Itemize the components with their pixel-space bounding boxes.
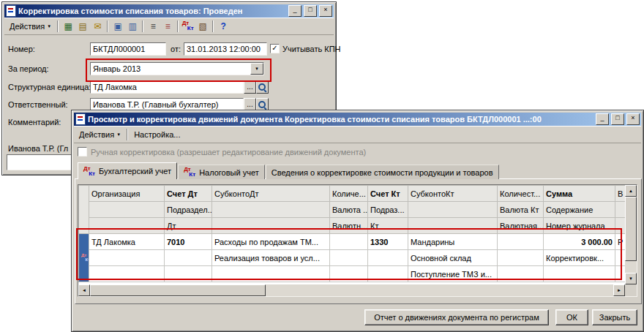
- ok-button[interactable]: ОК: [555, 309, 588, 325]
- period-select[interactable]: Январь 2013 ▼: [90, 62, 264, 75]
- close-button[interactable]: Закрыть: [592, 309, 637, 325]
- cell-schet-kt[interactable]: 1330: [368, 234, 408, 250]
- report-movements-button[interactable]: Отчет о движениях документа по регистрам: [364, 309, 549, 325]
- cell-schet-dt[interactable]: [165, 250, 212, 266]
- col-header-org[interactable]: Организация: [89, 186, 165, 202]
- col-header-kol-dt[interactable]: Количе...: [330, 186, 368, 202]
- actions-menu-button[interactable]: Действия ▼: [6, 19, 55, 34]
- cell-schet-kt[interactable]: [368, 250, 408, 266]
- tab-tax[interactable]: ДтКт Налоговый учет: [178, 165, 265, 179]
- cell-schet-dt[interactable]: 7010: [165, 234, 212, 250]
- cell-soderzhanie[interactable]: Корректировк...: [544, 250, 615, 266]
- vertical-scrollbar[interactable]: ▲ ▼: [625, 185, 637, 284]
- cell-org[interactable]: [89, 250, 165, 266]
- cell-v[interactable]: [615, 250, 626, 266]
- header-podraz-kt[interactable]: Подраз...: [368, 202, 408, 218]
- scroll-track[interactable]: [625, 261, 637, 273]
- horizontal-scroll-thumb[interactable]: [90, 284, 266, 296]
- dropdown-icon[interactable]: ▼: [250, 63, 263, 75]
- horizontal-scrollbar[interactable]: ◄ ►: [78, 284, 625, 296]
- kpn-checkbox[interactable]: ✓: [270, 44, 280, 53]
- date-input[interactable]: 31.01.2013 12:00:00: [184, 42, 267, 56]
- header-valuta-dt[interactable]: Валюта ...: [330, 202, 368, 218]
- actions-menu-button[interactable]: Действия ▼: [75, 127, 124, 142]
- minimize-button[interactable]: _: [596, 113, 609, 125]
- col-header-schet-kt[interactable]: Счет Кт: [368, 186, 408, 202]
- list-button[interactable]: ≡: [146, 19, 160, 33]
- cell-subkonto-kt[interactable]: Поступление ТМЗ и...: [408, 266, 498, 282]
- copy-button[interactable]: ▣: [111, 19, 125, 33]
- cell-subkonto-dt[interactable]: Расходы по продажам ТМ...: [212, 234, 330, 250]
- vertical-scroll-thumb[interactable]: [625, 197, 637, 261]
- cell-kol-kt[interactable]: [498, 234, 544, 250]
- scroll-right-icon[interactable]: ►: [613, 284, 625, 296]
- help-button[interactable]: ?: [216, 19, 231, 33]
- header-valuta-kt[interactable]: Валюта Кт: [498, 202, 544, 218]
- close-button[interactable]: ×: [626, 113, 640, 125]
- col-header-v[interactable]: В: [615, 186, 626, 202]
- cell-subkonto-kt[interactable]: Основной склад: [408, 250, 498, 266]
- table-row[interactable]: Поступление ТМЗ и...: [79, 266, 626, 282]
- cell-summa[interactable]: 3 000.00: [544, 234, 615, 250]
- maximize-button[interactable]: □: [304, 5, 317, 17]
- table-row[interactable]: ДтКт ТД Лакомка 7010 Расходы по продажам…: [79, 234, 626, 250]
- cell-schet-kt[interactable]: [368, 266, 408, 282]
- col-header-schet-dt[interactable]: Счет Дт: [165, 186, 212, 202]
- maximize-button[interactable]: □: [611, 113, 624, 125]
- header-nomer-zhurnala[interactable]: Номер журнала: [544, 218, 615, 234]
- create-based-on-button[interactable]: ▥: [125, 19, 140, 33]
- scroll-down-icon[interactable]: ▼: [625, 273, 637, 284]
- unit-input[interactable]: ТД Лакомка: [90, 80, 244, 94]
- front-window-titlebar[interactable]: Просмотр и корректировка движений докуме…: [74, 113, 641, 126]
- dtkt-button[interactable]: ДтКт: [181, 19, 195, 33]
- cell-soderzhanie[interactable]: [544, 266, 615, 282]
- marked-list-button[interactable]: ≡: [160, 19, 175, 33]
- col-header-subkonto-dt[interactable]: СубконтоДт: [212, 186, 330, 202]
- cell-kol-kt[interactable]: [498, 266, 544, 282]
- cell-org[interactable]: [89, 266, 165, 282]
- unit-ellipsis-button[interactable]: ...: [244, 80, 256, 94]
- cell-v[interactable]: Р: [615, 234, 626, 250]
- back-window-titlebar[interactable]: Корректировка стоимости списания товаров…: [4, 4, 334, 18]
- movements-button[interactable]: ▤: [75, 19, 90, 33]
- scroll-track[interactable]: [266, 284, 613, 296]
- marked-list-icon: ≡: [165, 22, 171, 31]
- manual-adjustment-checkbox[interactable]: [78, 147, 87, 156]
- row-selector[interactable]: ДтКт: [79, 234, 89, 282]
- header-kt-wrap[interactable]: Кт: [368, 218, 408, 234]
- header-valutn-dt[interactable]: Валютн...: [330, 218, 368, 234]
- journal-button[interactable]: ▧: [195, 19, 210, 33]
- settings-button[interactable]: Настройка...: [130, 127, 184, 142]
- col-header-kol-kt[interactable]: Количест...: [498, 186, 544, 202]
- cell-kol-kt[interactable]: [498, 250, 544, 266]
- cell-kol-dt[interactable]: [330, 234, 368, 250]
- cell-subkonto-dt[interactable]: Реализация товаров и усл...: [212, 250, 330, 266]
- header-soderzhanie[interactable]: Содержание: [544, 202, 615, 218]
- cell-schet-dt[interactable]: [165, 266, 212, 282]
- tab-accounting[interactable]: ДтКт Бухгалтерский учет: [78, 162, 177, 179]
- cell-subkonto-dt[interactable]: [212, 266, 330, 282]
- toolbar-separator: [212, 20, 214, 32]
- cell-kol-dt[interactable]: [330, 266, 368, 282]
- header-valutnaya-kt[interactable]: Валютная...: [498, 218, 544, 234]
- back-window-toolbar: Действия ▼ ▦ ▤ ✉ ▣ ▥ ≡ ≡ ДтКт ▧ ?: [4, 18, 334, 35]
- send-button[interactable]: ✉: [90, 19, 105, 33]
- minimize-button[interactable]: _: [288, 5, 302, 17]
- col-header-summa[interactable]: Сумма: [544, 186, 615, 202]
- close-button[interactable]: ×: [319, 5, 332, 17]
- table-corner: [79, 186, 89, 234]
- tab-cost-adjustment-info[interactable]: Сведения о корректировке стоимости проду…: [266, 165, 499, 179]
- cell-org[interactable]: ТД Лакомка: [89, 234, 165, 250]
- scroll-up-icon[interactable]: ▲: [625, 185, 637, 197]
- cell-kol-dt[interactable]: [330, 250, 368, 266]
- cell-v[interactable]: [615, 266, 626, 282]
- header-podrazdel-dt[interactable]: Подраздел...: [165, 202, 212, 218]
- table-row[interactable]: Реализация товаров и усл... Основной скл…: [79, 250, 626, 266]
- header-dt-wrap[interactable]: Дт: [165, 218, 212, 234]
- number-input[interactable]: БКТДЛ000001: [90, 42, 166, 56]
- unit-open-button[interactable]: [256, 80, 269, 94]
- col-header-subkonto-kt[interactable]: СубконтоКт: [408, 186, 498, 202]
- post-document-button[interactable]: ▦: [61, 19, 75, 33]
- scroll-left-icon[interactable]: ◄: [78, 284, 90, 296]
- cell-subkonto-kt[interactable]: Мандарины: [408, 234, 498, 250]
